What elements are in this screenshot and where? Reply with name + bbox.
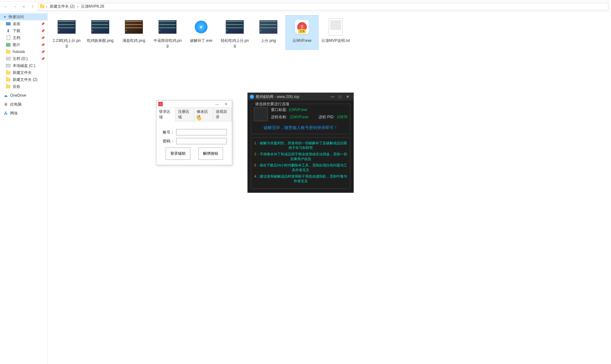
file-name-label: 云顶MVP说明.txt: [321, 38, 351, 43]
crack-title: 酷8辅助网 - www.20fz.top: [256, 94, 299, 100]
mvp-exe-icon: 7云顶: [295, 20, 309, 34]
window-title-label: 窗口标题:: [271, 107, 287, 113]
pin-icon: 📌: [41, 50, 45, 54]
address-bar[interactable]: › 新建文件夹 (2) › 云顶MVP8.26: [38, 3, 608, 10]
path-segment[interactable]: 云顶MVP8.26: [80, 4, 105, 9]
tab-modify[interactable]: 修改区域: [194, 108, 213, 121]
file-item[interactable]: 轻松吃鸡上分.png: [218, 15, 251, 50]
sidebar-item-label: 桌面: [13, 21, 20, 27]
file-item[interactable]: 满血吃鸡.png: [117, 15, 150, 50]
file-item[interactable]: 7云顶云MVP.exe: [286, 15, 319, 50]
close-button[interactable]: ✕: [344, 94, 351, 100]
doc-icon: [6, 35, 11, 40]
login-button[interactable]: 登录辅助: [166, 147, 190, 160]
sidebar-item[interactable]: 文档 (D:) 📌: [0, 55, 47, 62]
password-label: 密码：: [161, 139, 174, 144]
txt-icon: [329, 18, 343, 36]
sidebar-network[interactable]: 🖧 网络: [0, 110, 47, 117]
sidebar-item[interactable]: 文档 📌: [0, 34, 47, 41]
tab-gamedir[interactable]: 游戏目录: [213, 108, 232, 121]
tab-register[interactable]: 注册区域: [175, 108, 194, 121]
sidebar-label: 快速访问: [9, 14, 24, 20]
minimize-button[interactable]: —: [213, 101, 221, 107]
login-titlebar[interactable]: — ✕: [156, 101, 232, 107]
maximize-button[interactable]: □: [336, 94, 344, 100]
sidebar-item[interactable]: 新建文件夹 (2): [0, 76, 47, 83]
file-item[interactable]: 2.23吃鸡上分.png: [50, 15, 83, 50]
login-tabs: 登录区域 注册区域 修改区域 游戏目录: [156, 107, 232, 121]
app-icon: [158, 102, 163, 106]
sidebar-item-label: 新建文件夹: [13, 70, 32, 75]
image-thumbnail-icon: [158, 20, 177, 34]
crack-dialog: 酷8辅助网 - www.20fz.top — □ ✕ 请选择您要进行选项 窗口标…: [247, 93, 354, 193]
onedrive-icon: ☁: [3, 93, 8, 98]
file-name-label: 破解补丁.exe: [186, 38, 216, 43]
sidebar-item[interactable]: 桌面 📌: [0, 20, 47, 27]
path-separator-icon: ›: [76, 4, 80, 9]
minimize-button[interactable]: —: [329, 94, 336, 100]
crack-app-icon: [250, 94, 254, 99]
tab-login[interactable]: 登录区域: [156, 108, 175, 121]
sidebar-item[interactable]: 图片 📌: [0, 41, 47, 48]
download-icon: ⬇: [6, 28, 11, 33]
nav-back-button[interactable]: ←: [3, 3, 10, 10]
sidebar-item[interactable]: ⬇ 下载 📌: [0, 27, 47, 34]
close-button[interactable]: ✕: [222, 101, 230, 107]
image-thumbnail-icon: [91, 20, 109, 34]
file-item[interactable]: 吃鸡效果图.png: [84, 15, 117, 50]
sidebar-quick-access[interactable]: ★ 快速访问: [0, 13, 47, 20]
path-separator-icon: ›: [45, 4, 49, 9]
folder-icon: [6, 77, 11, 82]
image-thumbnail-icon: [57, 20, 76, 34]
file-name-label: 云MVP.exe: [287, 38, 317, 43]
crack-rule-line: 3：请在下载后24小时内删除本工具，否则出现任何问题与工具作者无关: [253, 163, 348, 172]
path-segment[interactable]: 新建文件夹 (2): [49, 4, 76, 9]
sidebar-item[interactable]: 音效: [0, 83, 47, 90]
nav-up-button[interactable]: ↑: [29, 3, 36, 10]
breadcrumb-bar: ← → ▾ ↑ › 新建文件夹 (2) › 云顶MVP8.26: [0, 1, 611, 12]
window-title-value: 云MVP.exe: [288, 107, 307, 113]
sidebar-item-label: 图片: [13, 42, 20, 48]
folder-icon: [6, 70, 11, 75]
password-input[interactable]: [176, 138, 227, 144]
file-item[interactable]: 云顶MVP说明.txt: [319, 15, 352, 50]
sidebar-item-label: 本地磁盘 (C:): [13, 63, 35, 68]
image-thumbnail-icon: [259, 20, 278, 34]
account-input[interactable]: [176, 129, 227, 135]
pin-icon: 📌: [41, 57, 45, 61]
login-dialog: — ✕ 登录区域 注册区域 修改区域 游戏目录 账号： 密码： 登录辅助 解绑按…: [156, 100, 232, 165]
file-item[interactable]: e破解补丁.exe: [185, 15, 218, 50]
file-item[interactable]: 牛逼阵容吃鸡.png: [151, 15, 184, 50]
process-thumbnail: [254, 107, 268, 121]
crack-rule-line: 2：不得将本补丁和成品用于商业使用或非法用途，否则一切后果用户自负: [253, 152, 348, 161]
sidebar-item[interactable]: huluxia 📌: [0, 48, 47, 55]
sidebar-label: 此电脑: [10, 102, 22, 107]
pid-label: 进程 PID:: [319, 115, 335, 119]
sidebar-thispc[interactable]: 🖥 此电脑: [0, 101, 47, 108]
sidebar-item[interactable]: 本地磁盘 (C:): [0, 62, 47, 69]
crack-titlebar[interactable]: 酷8辅助网 - www.20fz.top — □ ✕: [248, 93, 353, 101]
file-name-label: 2.23吃鸡上分.png: [52, 38, 82, 48]
file-name-label: 上分.png: [253, 38, 283, 43]
image-thumbnail-icon: [226, 20, 244, 34]
sidebar-label: 网络: [10, 111, 18, 116]
crack-status: 破解完毕，随意输入账号密码登录即可！: [254, 125, 347, 131]
sidebar-onedrive[interactable]: ☁ OneDrive: [0, 92, 47, 99]
sidebar-item-label: 音效: [13, 84, 20, 89]
crack-rule-line: 1：破解为非盈利性，所发布的一切破解补丁及破解成品仅限用于学习和研究: [253, 141, 348, 150]
drive-icon: [6, 56, 11, 61]
process-name-label: 进程名称:: [271, 115, 287, 119]
account-label: 账号：: [161, 130, 174, 135]
file-name-label: 牛逼阵容吃鸡.png: [153, 38, 182, 48]
network-icon: 🖧: [3, 111, 8, 116]
nav-recent-dropdown[interactable]: ▾: [20, 3, 27, 10]
file-name-label: 满血吃鸡.png: [119, 38, 149, 43]
nav-forward-button[interactable]: →: [11, 3, 18, 10]
file-item[interactable]: 上分.png: [252, 15, 285, 50]
img-icon: [6, 42, 11, 47]
folder-icon: [6, 49, 11, 54]
crack-options-fieldset: 请选择您要进行选项 窗口标题: 云MVP.exe 进程名称: 云MVP.exe: [251, 104, 350, 134]
sidebar-item[interactable]: 新建文件夹: [0, 69, 47, 76]
file-name-label: 吃鸡效果图.png: [85, 38, 115, 43]
unbind-button[interactable]: 解绑按钮: [198, 147, 223, 160]
